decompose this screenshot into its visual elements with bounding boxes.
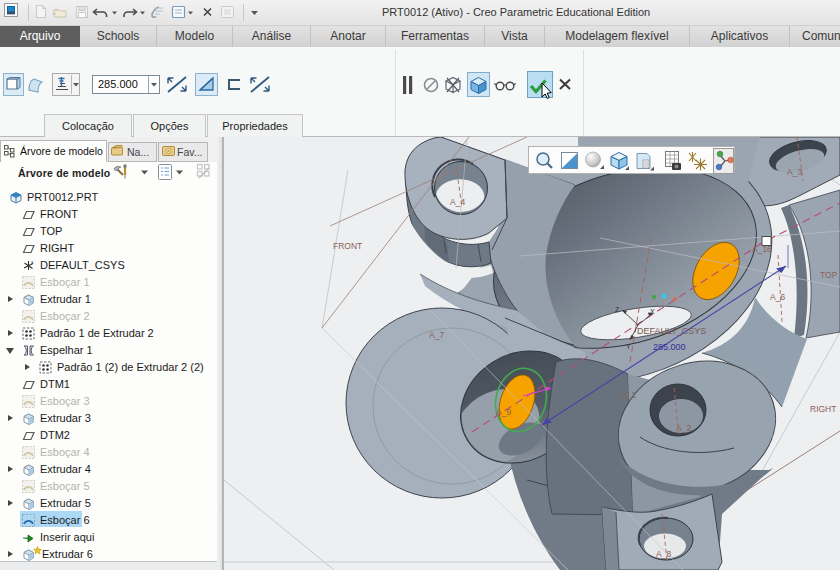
svg-text:FRONT: FRONT <box>333 241 362 251</box>
svg-text:A_9: A_9 <box>496 407 511 417</box>
svg-text:A_4: A_4 <box>450 197 465 207</box>
svg-text:TOP: TOP <box>820 270 838 280</box>
svg-text:A_16: A_16 <box>752 244 772 254</box>
svg-text:A_1: A_1 <box>621 390 636 400</box>
svg-text:DEFAULT_CSYS: DEFAULT_CSYS <box>637 326 706 336</box>
svg-text:Y: Y <box>626 343 631 350</box>
svg-text:A_6: A_6 <box>770 292 785 302</box>
svg-text:285.000: 285.000 <box>653 342 686 352</box>
svg-text:Z: Z <box>615 306 620 313</box>
svg-text:A_3: A_3 <box>787 167 802 177</box>
svg-text:A_7: A_7 <box>429 330 444 340</box>
svg-text:RIGHT: RIGHT <box>810 404 836 414</box>
svg-text:A_8: A_8 <box>656 549 671 559</box>
svg-text:A_2: A_2 <box>676 423 691 433</box>
svg-text:X: X <box>650 308 655 315</box>
